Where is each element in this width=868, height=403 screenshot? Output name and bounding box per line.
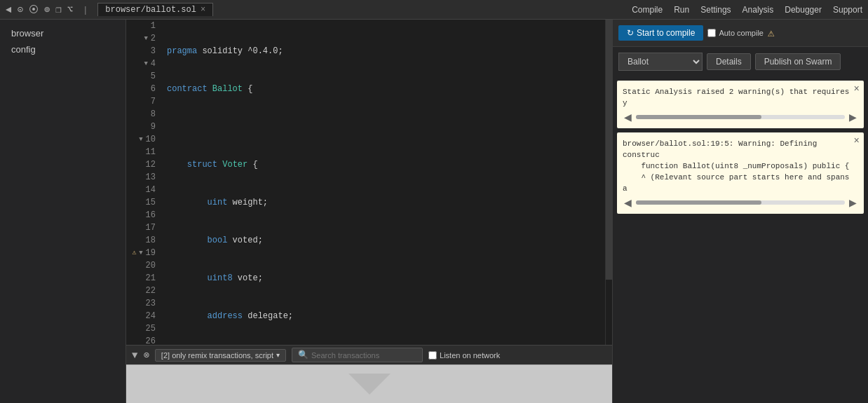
copy-icon[interactable]: ❐ [55,4,61,15]
ln-24: 24 [132,310,156,322]
git-icon[interactable]: ⦿ [29,4,39,15]
sidebar: browser config [0,20,126,403]
warn-next-1[interactable]: ▶ [848,111,858,123]
warning-text-2c: ^ (Relevant source part starts here and … [623,172,858,194]
compile-button-label: Start to compile [637,28,695,38]
sidebar-item-browser[interactable]: browser [0,25,126,41]
back-icon[interactable]: ◄ [6,4,11,15]
code-line-7: uint8 vote; [167,272,599,285]
warning-text-2b: function Ballot(uint8 _numProposals) pub… [623,160,858,172]
warn-scrollbar-thumb-2 [636,200,761,205]
editor-scrollbar[interactable] [605,20,612,345]
run-nav-btn[interactable]: Run [674,5,689,15]
ln-16: 16 [132,209,156,221]
right-panel-header: ↻ Start to compile Auto compile ⚠ [613,20,868,47]
editor-area: 1 ▼2 3 ▼4 5 6 7 8 9 ▼10 11 12 13 14 15 1… [126,20,612,403]
warning-close-2[interactable]: × [854,135,860,146]
scrollbar-thumb [606,20,612,280]
compile-button[interactable]: ↻ Start to compile [618,25,703,41]
ln-19: ⚠▼19 [132,247,156,259]
code-line-3 [167,121,599,133]
ln-2: ▼2 [132,32,156,45]
warning-box-2: × browser/ballot.sol:19:5: Warning: Defi… [617,132,864,214]
warning-triangle-icon: ⚠ [768,26,775,40]
code-line-6: bool voted; [167,234,599,247]
chevron-down-icon: ▾ [276,351,280,359]
ln-6: 6 [132,83,156,95]
code-line-5: uint weight; [167,196,599,209]
ln-12: 12 [132,158,156,171]
ln-20: 20 [132,259,156,272]
branch-icon[interactable]: ⊚ [44,4,50,15]
compile-nav-btn[interactable]: Compile [632,5,663,15]
analysis-nav-btn[interactable]: Analysis [742,5,774,15]
debugger-nav-btn[interactable]: Debugger [785,5,822,15]
close-dot[interactable]: × [201,5,205,15]
contract-select[interactable]: Ballot [618,53,703,71]
code-line-2: contract Ballot { [167,83,599,95]
ln-9: 9 [132,121,156,133]
line-numbers: 1 ▼2 3 ▼4 5 6 7 8 9 ▼10 11 12 13 14 15 1… [126,20,161,345]
search-input[interactable] [311,351,416,360]
contract-selector: Ballot Details Publish on Swarm [613,47,868,76]
terminal-area [126,364,612,403]
settings-nav-btn[interactable]: Settings [700,5,731,15]
file-tab[interactable]: browser/ballot.sol × [97,3,213,16]
ln-21: 21 [132,272,156,285]
toolbar-down-icon[interactable]: ▼ [132,350,137,361]
publish-button[interactable]: Publish on Swarm [755,53,841,70]
ln-26: 26 [132,335,156,345]
home-icon[interactable]: ⊙ [17,4,22,15]
refresh-icon: ↻ [627,28,634,38]
auto-compile-group: Auto compile [707,29,764,37]
tx-dropdown[interactable]: [2] only remix transactions, script ▾ [155,349,286,362]
ln-10: ▼10 [132,133,156,146]
warn-scrollbar-2 [636,200,845,205]
ln-7: 7 [132,95,156,108]
warn-prev-1[interactable]: ◀ [623,111,633,123]
tx-dropdown-label: [2] only remix transactions, script [161,351,273,360]
ln-3: 3 [132,45,156,57]
ln-4: ▼4 [132,57,156,70]
details-button[interactable]: Details [707,53,751,70]
ln-5: 5 [132,70,156,83]
ln-8: 8 [132,108,156,121]
nav-icon-group: ◄ ⊙ ⦿ ⊚ ❐ ⌥ [6,4,73,15]
listen-network-checkbox[interactable] [428,351,437,360]
auto-compile-checkbox[interactable] [707,29,716,37]
bottom-toolbar: ▼ ⊗ [2] only remix transactions, script … [126,345,612,364]
ln-14: 14 [132,184,156,196]
warn-prev-2[interactable]: ◀ [623,197,633,208]
terminal-triangle [348,374,391,395]
toolbar-stop-icon[interactable]: ⊗ [143,349,149,361]
ln-15: 15 [132,196,156,209]
warnings-area: × Static Analysis raised 2 warning(s) th… [613,76,868,403]
ln-22: 22 [132,285,156,297]
ln-18: 18 [132,234,156,247]
warning-nav-1: ◀ ▶ [623,111,858,123]
warning-close-1[interactable]: × [854,83,860,95]
ln-13: 13 [132,171,156,184]
fork-icon[interactable]: ⌥ [67,4,73,15]
search-icon: 🔍 [298,350,308,360]
ln-11: 11 [132,146,156,158]
warn-scrollbar-thumb-1 [636,115,761,119]
auto-compile-label: Auto compile [719,29,764,37]
warning-box-1: × Static Analysis raised 2 warning(s) th… [617,81,864,128]
code-content: pragma solidity ^0.4.0; contract Ballot … [161,20,605,345]
code-line-4: struct Voter { [167,158,599,171]
listen-network-group: Listen on network [428,351,500,360]
sidebar-item-config[interactable]: config [0,41,126,57]
warning-text-2: browser/ballot.sol:19:5: Warning: Defini… [623,138,858,160]
code-editor[interactable]: 1 ▼2 3 ▼4 5 6 7 8 9 ▼10 11 12 13 14 15 1… [126,20,612,345]
support-nav-btn[interactable]: Support [833,5,862,15]
warn-scrollbar-1 [636,115,845,119]
warn-next-2[interactable]: ▶ [848,197,858,208]
main-layout: browser config 1 ▼2 3 ▼4 5 6 7 8 9 ▼10 1… [0,20,868,403]
warning-text-1: Static Analysis raised 2 warning(s) that… [623,86,858,109]
top-nav: ◄ ⊙ ⦿ ⊚ ❐ ⌥ | browser/ballot.sol × Compi… [0,0,868,20]
nav-actions: Compile Run Settings Analysis Debugger S… [632,5,862,15]
right-panel: ↻ Start to compile Auto compile ⚠ Ballot… [612,20,868,403]
code-line-8: address delegate; [167,310,599,322]
code-line-1: pragma solidity ^0.4.0; [167,45,599,57]
